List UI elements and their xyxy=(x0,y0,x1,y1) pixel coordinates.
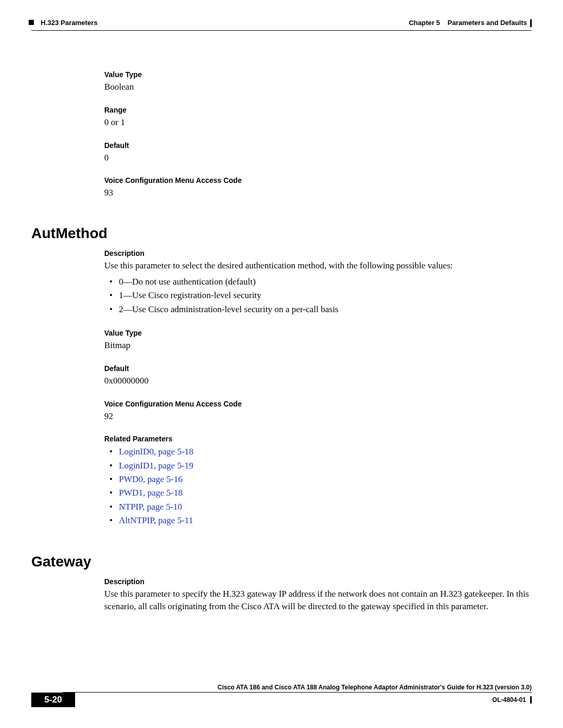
footer-rule xyxy=(63,692,532,693)
header-chapter-title: Parameters and Defaults xyxy=(448,19,527,27)
related-link[interactable]: NTPIP, page 5-10 xyxy=(119,502,182,512)
footer-doc-number: OL-4804-01 xyxy=(492,696,526,704)
autmethod-description: Use this parameter to select the desired… xyxy=(104,260,532,272)
access-code-value: 92 xyxy=(104,410,532,423)
gateway-heading: Gateway xyxy=(31,553,532,570)
access-code-label: Voice Configuration Menu Access Code xyxy=(104,176,532,184)
list-item: 1—Use Cisco registration-level security xyxy=(104,289,532,302)
related-parameters-label: Related Parameters xyxy=(104,435,532,443)
value-type-label: Value Type xyxy=(104,329,532,337)
autmethod-heading: AutMethod xyxy=(31,225,532,242)
related-link[interactable]: LoginID1, page 5-19 xyxy=(119,461,193,471)
related-link[interactable]: AltNTPIP, page 5-11 xyxy=(119,515,193,525)
gateway-description: Use this parameter to specify the H.323 … xyxy=(104,588,532,613)
page-number-badge: 5-20 xyxy=(31,693,75,707)
list-item: 2—Use Cisco administration-level securit… xyxy=(104,303,532,316)
value-type-value: Boolean xyxy=(104,81,532,93)
default-value: 0x00000000 xyxy=(104,375,532,387)
header-right-group: Chapter 5 Parameters and Defaults xyxy=(409,19,532,27)
header-left-text: H.323 Parameters xyxy=(41,19,97,27)
access-code-label: Voice Configuration Menu Access Code xyxy=(104,400,532,408)
default-label: Default xyxy=(104,141,532,150)
list-item: LoginID0, page 5-18 xyxy=(104,445,532,459)
document-page: H.323 Parameters Chapter 5 Parameters an… xyxy=(0,0,563,728)
header-chapter: Chapter 5 Parameters and Defaults xyxy=(409,19,527,27)
range-label: Range xyxy=(104,106,532,114)
footer-right-bar xyxy=(530,696,532,704)
footer-right: OL-4804-01 xyxy=(75,693,532,707)
footer-bar: 5-20 OL-4804-01 xyxy=(31,693,532,707)
page-header: H.323 Parameters Chapter 5 Parameters an… xyxy=(31,20,532,31)
header-left-marker xyxy=(29,20,34,25)
description-label: Description xyxy=(104,577,532,586)
header-chapter-number: Chapter 5 xyxy=(409,19,440,27)
range-value: 0 or 1 xyxy=(104,116,532,129)
list-item: PWD1, page 5-18 xyxy=(104,486,532,500)
value-type-label: Value Type xyxy=(104,70,532,79)
default-label: Default xyxy=(104,364,532,373)
page-footer: Cisco ATA 186 and Cisco ATA 188 Analog T… xyxy=(31,684,532,707)
related-parameters-list: LoginID0, page 5-18 LoginID1, page 5-19 … xyxy=(104,445,532,527)
description-label: Description xyxy=(104,249,532,257)
list-item: 0—Do not use authentication (default) xyxy=(104,275,532,289)
related-link[interactable]: PWD1, page 5-18 xyxy=(119,488,182,498)
footer-guide-title: Cisco ATA 186 and Cisco ATA 188 Analog T… xyxy=(63,684,532,692)
related-link[interactable]: LoginID0, page 5-18 xyxy=(119,447,193,456)
list-item: NTPIP, page 5-10 xyxy=(104,500,532,514)
header-right-bar xyxy=(530,19,532,27)
value-type-value: Bitmap xyxy=(104,339,532,352)
list-item: LoginID1, page 5-19 xyxy=(104,459,532,473)
autmethod-value-list: 0—Do not use authentication (default) 1—… xyxy=(104,275,532,316)
content-area: Value Type Boolean Range 0 or 1 Default … xyxy=(104,31,532,613)
list-item: AltNTPIP, page 5-11 xyxy=(104,514,532,527)
related-link[interactable]: PWD0, page 5-16 xyxy=(119,474,182,484)
default-value: 0 xyxy=(104,152,532,164)
list-item: PWD0, page 5-16 xyxy=(104,473,532,486)
access-code-value: 93 xyxy=(104,187,532,199)
